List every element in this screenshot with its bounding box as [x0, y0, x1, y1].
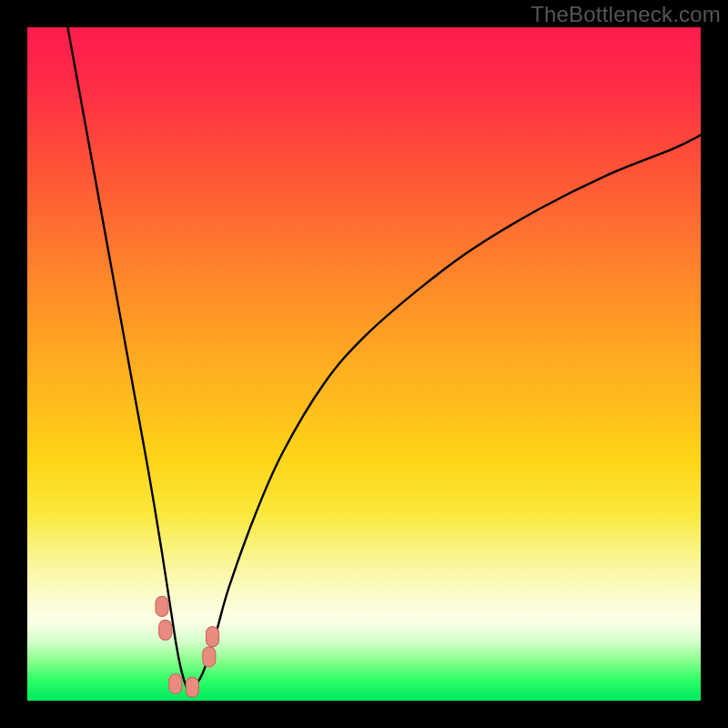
data-marker [169, 674, 182, 694]
plot-area [27, 27, 701, 701]
data-marker [159, 620, 172, 640]
chart-svg [27, 27, 701, 701]
curve-right-branch [189, 135, 701, 693]
data-marker [207, 627, 219, 647]
data-marker [186, 677, 198, 697]
curve-left-branch [67, 27, 188, 694]
watermark-text: TheBottleneck.com [531, 2, 721, 27]
marker-group [156, 596, 219, 697]
outer-frame: TheBottleneck.com [0, 0, 728, 728]
data-marker [156, 596, 168, 616]
data-marker [203, 647, 216, 667]
